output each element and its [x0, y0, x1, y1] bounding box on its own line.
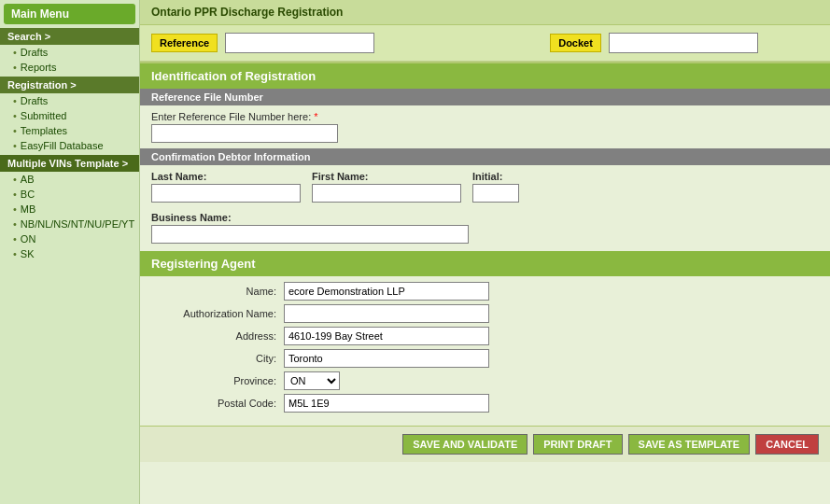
- ref-file-label: Enter Reference File Number here: *: [151, 111, 819, 122]
- agent-auth-label: Authorization Name:: [155, 308, 276, 319]
- agent-postal-input[interactable]: [284, 394, 489, 413]
- last-name-label: Last Name:: [151, 171, 301, 182]
- debtor-name-row: Last Name: First Name: Initial:: [140, 165, 830, 208]
- sidebar-item-submitted[interactable]: Submitted: [0, 108, 139, 123]
- business-name-label: Business Name:: [151, 212, 819, 223]
- page-title: Ontario PPR Discharge Registration: [140, 0, 830, 25]
- main-content: Ontario PPR Discharge Registration Refer…: [140, 0, 830, 504]
- save-template-button[interactable]: SAVE AS TEMPLATE: [628, 434, 751, 455]
- first-name-field: First Name:: [312, 171, 461, 203]
- registering-agent-header: Registering Agent: [140, 251, 830, 276]
- agent-name-label: Name:: [155, 286, 276, 297]
- reference-input[interactable]: [225, 33, 374, 53]
- required-star: *: [314, 111, 317, 122]
- business-name-input[interactable]: [151, 225, 469, 244]
- save-validate-button[interactable]: SAVE AND VALIDATE: [402, 434, 528, 455]
- sidebar-item-drafts-search[interactable]: Drafts: [0, 45, 139, 60]
- identification-section-header: Identification of Registration: [140, 63, 830, 89]
- first-name-label: First Name:: [312, 171, 461, 182]
- docket-input[interactable]: [609, 33, 758, 53]
- sidebar-item-reports[interactable]: Reports: [0, 60, 139, 75]
- docket-label: Docket: [550, 34, 601, 52]
- agent-grid: Name: Authorization Name: Address: City:…: [140, 276, 830, 418]
- agent-province-label: Province:: [155, 375, 276, 386]
- ref-file-subsection: Reference File Number: [140, 89, 830, 105]
- agent-address-label: Address:: [155, 330, 276, 342]
- initial-field: Initial:: [472, 171, 519, 203]
- sidebar-item-easyfill[interactable]: EasyFill Database: [0, 138, 139, 153]
- agent-city-label: City:: [155, 353, 276, 364]
- reference-label: Reference: [151, 34, 218, 52]
- print-draft-button[interactable]: PRINT DRAFT: [533, 434, 622, 455]
- sidebar-item-on[interactable]: ON: [0, 231, 139, 246]
- agent-auth-input[interactable]: [284, 304, 489, 323]
- agent-name-input[interactable]: [284, 282, 489, 301]
- sidebar-item-drafts-reg[interactable]: Drafts: [0, 93, 139, 108]
- business-name-row: Business Name:: [140, 208, 830, 251]
- confirmation-debtor-subsection: Confirmation Debtor Information: [140, 148, 830, 165]
- agent-province-select[interactable]: ABBCMBNB NLNSNTNU ONPEQC SKYT: [284, 371, 340, 390]
- sidebar: Main Menu Search > Drafts Reports Regist…: [0, 0, 140, 504]
- sidebar-item-nb[interactable]: NB/NL/NS/NT/NU/PE/YT: [0, 217, 139, 231]
- initial-input[interactable]: [472, 184, 519, 203]
- registration-header[interactable]: Registration >: [0, 77, 139, 93]
- search-header[interactable]: Search >: [0, 28, 139, 45]
- main-menu-label[interactable]: Main Menu: [4, 4, 135, 24]
- sidebar-item-sk[interactable]: SK: [0, 246, 139, 261]
- sidebar-item-bc[interactable]: BC: [0, 187, 139, 202]
- ref-docket-bar: Reference Docket: [140, 25, 830, 62]
- multiple-vins-header[interactable]: Multiple VINs Template >: [0, 155, 139, 172]
- first-name-input[interactable]: [312, 184, 461, 203]
- agent-address-input[interactable]: [284, 327, 489, 345]
- button-bar: SAVE AND VALIDATE PRINT DRAFT SAVE AS TE…: [140, 426, 830, 462]
- agent-city-input[interactable]: [284, 349, 489, 368]
- sidebar-item-mb[interactable]: MB: [0, 202, 139, 217]
- last-name-field: Last Name:: [151, 171, 301, 203]
- last-name-input[interactable]: [151, 184, 301, 203]
- sidebar-item-templates[interactable]: Templates: [0, 123, 139, 138]
- ref-file-input[interactable]: [151, 124, 338, 143]
- sidebar-item-ab[interactable]: AB: [0, 172, 139, 187]
- agent-postal-label: Postal Code:: [155, 398, 276, 409]
- cancel-button[interactable]: CANCEL: [755, 434, 819, 455]
- initial-label: Initial:: [472, 171, 519, 182]
- ref-file-section: Enter Reference File Number here: *: [140, 105, 830, 148]
